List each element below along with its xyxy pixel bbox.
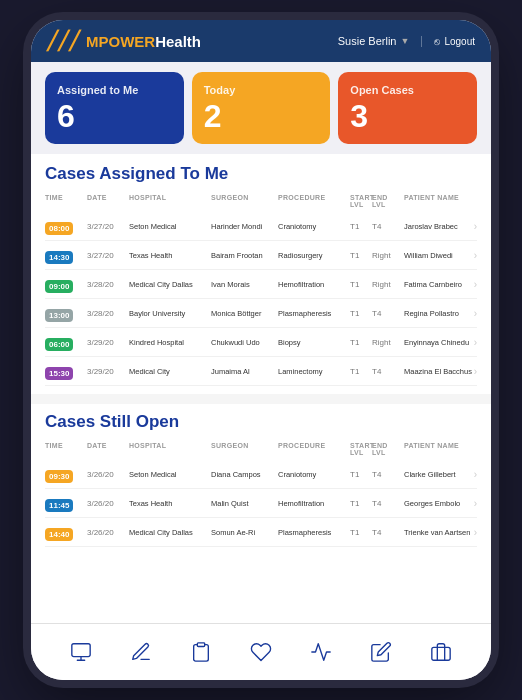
- surgeon-cell: Bairam Frootan: [211, 251, 276, 260]
- surgeon-cell: Harinder Mondi: [211, 222, 276, 231]
- start-cell: T1: [350, 309, 370, 318]
- col-patient2: PATIENT NAME: [404, 442, 477, 456]
- chevron-icon: ›: [474, 308, 477, 319]
- surgeon-cell: Monica Böttger: [211, 309, 276, 318]
- surgeon-cell: Jumaima Al: [211, 367, 276, 376]
- table-row[interactable]: 13:00 3/28/20 Baylor University Monica B…: [45, 299, 477, 328]
- stat-card-assigned-label: Assigned to Me: [57, 84, 172, 96]
- col-hospital2: HOSPITAL: [129, 442, 209, 456]
- date-cell: 3/27/20: [87, 251, 127, 260]
- time-badge: 09:30: [45, 470, 73, 483]
- nav-edit-icon[interactable]: [363, 634, 399, 670]
- date-cell: 3/28/20: [87, 280, 127, 289]
- time-badge: 11:45: [45, 499, 73, 512]
- surgeon-cell: Malin Quist: [211, 499, 276, 508]
- nav-clipboard-icon[interactable]: [183, 634, 219, 670]
- col-start2: START LVL: [350, 442, 370, 456]
- table-row[interactable]: 14:40 3/26/20 Medical City Dallas Somun …: [45, 518, 477, 547]
- svg-rect-4: [432, 647, 450, 660]
- end-cell: T4: [372, 470, 402, 479]
- patient-cell: Georges Embolo: [404, 499, 460, 508]
- col-start: START LVL: [350, 194, 370, 208]
- surgeon-cell: Diana Campos: [211, 470, 276, 479]
- chevron-icon: ›: [474, 366, 477, 377]
- stat-card-assigned-value: 6: [57, 100, 172, 132]
- stat-card-assigned[interactable]: Assigned to Me 6: [45, 72, 184, 144]
- patient-cell: Trienke van Aartsen: [404, 528, 470, 537]
- stat-card-open-label: Open Cases: [350, 84, 465, 96]
- stat-card-open-value: 3: [350, 100, 465, 132]
- start-cell: T1: [350, 251, 370, 260]
- time-badge: 13:00: [45, 309, 73, 322]
- date-cell: 3/29/20: [87, 367, 127, 376]
- table-row[interactable]: 15:30 3/29/20 Medical City Jumaima Al La…: [45, 357, 477, 386]
- procedure-cell: Hemofiltration: [278, 499, 348, 508]
- col-procedure2: PROCEDURE: [278, 442, 348, 456]
- nav-heart-icon[interactable]: [243, 634, 279, 670]
- date-cell: 3/26/20: [87, 470, 127, 479]
- hospital-cell: Medical City Dallas: [129, 528, 209, 537]
- table-row[interactable]: 08:00 3/27/20 Seton Medical Harinder Mon…: [45, 212, 477, 241]
- header-right: Susie Berlin ▼ ⎋ Logout: [338, 35, 475, 47]
- logout-button[interactable]: ⎋ Logout: [421, 36, 475, 47]
- col-date: DATE: [87, 194, 127, 208]
- table-row[interactable]: 09:30 3/26/20 Seton Medical Diana Campos…: [45, 460, 477, 489]
- hospital-cell: Seton Medical: [129, 222, 209, 231]
- patient-cell: Regina Pollastro: [404, 309, 459, 318]
- chevron-icon: ›: [474, 337, 477, 348]
- procedure-cell: Plasmapheresis: [278, 528, 348, 537]
- col-date2: DATE: [87, 442, 127, 456]
- time-badge: 09:00: [45, 280, 73, 293]
- start-cell: T1: [350, 499, 370, 508]
- start-cell: T1: [350, 528, 370, 537]
- stat-card-today[interactable]: Today 2: [192, 72, 331, 144]
- time-badge: 15:30: [45, 367, 73, 380]
- assigned-section-title: Cases Assigned To Me: [45, 164, 477, 184]
- chevron-icon: ›: [474, 527, 477, 538]
- nav-briefcase-icon[interactable]: [423, 634, 459, 670]
- date-cell: 3/27/20: [87, 222, 127, 231]
- patient-cell: William Diwedi: [404, 251, 453, 260]
- end-cell: T4: [372, 499, 402, 508]
- time-badge: 06:00: [45, 338, 73, 351]
- svg-rect-3: [197, 643, 204, 647]
- patient-cell: Enyinnaya Chinedu: [404, 338, 469, 347]
- table-row[interactable]: 09:00 3/28/20 Medical City Dallas Ivan M…: [45, 270, 477, 299]
- table-row[interactable]: 14:30 3/27/20 Texas Health Bairam Froota…: [45, 241, 477, 270]
- patient-cell: Fatima Carnbeiro: [404, 280, 462, 289]
- logo: ╱╱╱ MPOWERHealth: [47, 30, 201, 52]
- col-procedure: PROCEDURE: [278, 194, 348, 208]
- time-badge: 14:30: [45, 251, 73, 264]
- end-cell: T4: [372, 528, 402, 537]
- bottom-navigation: [31, 623, 491, 680]
- hospital-cell: Texas Health: [129, 499, 209, 508]
- table-row[interactable]: 06:00 3/29/20 Kindred Hospital Chukwudi …: [45, 328, 477, 357]
- open-table-body: 09:30 3/26/20 Seton Medical Diana Campos…: [45, 460, 477, 547]
- col-surgeon2: SURGEON: [211, 442, 276, 456]
- main-content: Cases Assigned To Me TIME DATE HOSPITAL …: [31, 154, 491, 623]
- procedure-cell: Radiosurgery: [278, 251, 348, 260]
- section-divider: [31, 394, 491, 404]
- chevron-icon: ›: [474, 469, 477, 480]
- end-cell: T4: [372, 367, 402, 376]
- svg-rect-0: [72, 644, 90, 657]
- procedure-cell: Craniotomy: [278, 470, 348, 479]
- date-cell: 3/26/20: [87, 528, 127, 537]
- surgeon-cell: Chukwudi Udo: [211, 338, 276, 347]
- nav-monitor-icon[interactable]: [63, 634, 99, 670]
- stat-card-open[interactable]: Open Cases 3: [338, 72, 477, 144]
- nav-activity-icon[interactable]: [303, 634, 339, 670]
- col-time2: TIME: [45, 442, 85, 456]
- stat-card-today-label: Today: [204, 84, 319, 96]
- patient-cell: Clarke Gillebert: [404, 470, 456, 479]
- surgeon-cell: Ivan Morais: [211, 280, 276, 289]
- nav-pen-icon[interactable]: [123, 634, 159, 670]
- procedure-cell: Plasmapheresis: [278, 309, 348, 318]
- start-cell: T1: [350, 222, 370, 231]
- table-row[interactable]: 11:45 3/26/20 Texas Health Malin Quist H…: [45, 489, 477, 518]
- chevron-icon: ›: [474, 498, 477, 509]
- time-badge: 08:00: [45, 222, 73, 235]
- hospital-cell: Texas Health: [129, 251, 209, 260]
- hospital-cell: Medical City Dallas: [129, 280, 209, 289]
- logo-text: MPOWERHealth: [86, 33, 201, 50]
